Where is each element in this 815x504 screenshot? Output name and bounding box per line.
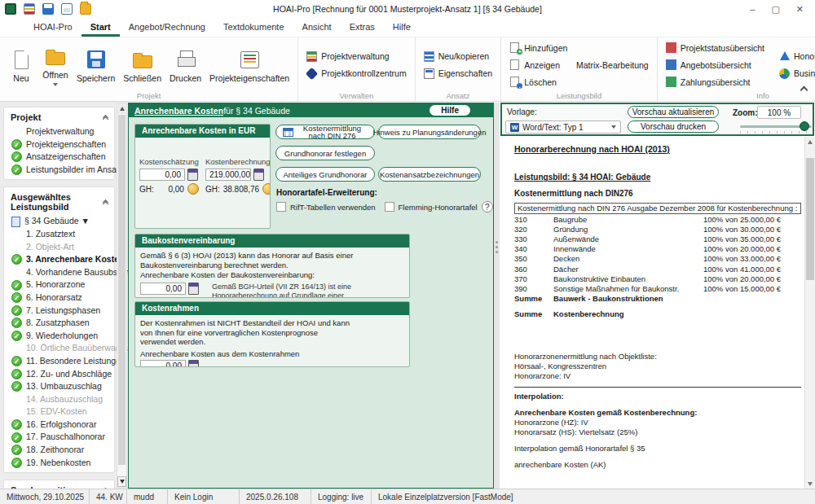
rift-checkbox[interactable] <box>276 202 286 212</box>
zoom-value[interactable]: 100 % <box>757 106 801 119</box>
coin-icon[interactable] <box>192 297 204 299</box>
scrollbar-thumb[interactable] <box>118 115 126 465</box>
kostenschaetzung-input[interactable]: 0,00 <box>139 169 185 181</box>
tree-item-besondere-leistungen[interactable]: ✓11. Besondere Leistungen <box>4 355 114 368</box>
anteiliges-grundhonorar-button[interactable]: Anteiliges Grundhonorar <box>275 167 375 182</box>
doc-title: Honorarberechnung nach HOAI (2013) <box>514 144 801 154</box>
projektkontrollzentrum-button[interactable]: Projektkontrollzentrum <box>302 66 410 81</box>
hinzufuegen-button[interactable]: + Hinzufügen <box>505 40 653 55</box>
panel-splitter[interactable] <box>494 103 500 489</box>
sidebar-item-projektverwaltung[interactable]: Projektverwaltung <box>4 125 114 138</box>
quick-open-icon[interactable] <box>80 3 91 15</box>
tab-angebot-rechnung[interactable]: Angebot/Rechnung <box>120 18 214 37</box>
tree-item-zusatztext[interactable]: 1. Zusatztext <box>4 228 114 241</box>
anzeigen-button[interactable]: Anzeigen Matrix-Bearbeitung <box>505 57 653 72</box>
tree-item-nebenkosten[interactable]: ✓19. Nebenkosten <box>4 457 114 470</box>
oeffnen-button[interactable]: Öffnen <box>38 43 73 86</box>
status-logging: Logging: live <box>311 489 372 504</box>
tree-item-zu-und-abschlaege[interactable]: ✓12. Zu- und Abschläge <box>4 368 114 381</box>
tree-item-honorarzone[interactable]: ✓5. Honorarzone <box>4 278 114 291</box>
zahlungsuebersicht-button[interactable]: Zahlungsübersicht <box>662 74 769 90</box>
coin-icon[interactable] <box>187 183 199 195</box>
tab-hilfe[interactable]: Hilfe <box>384 18 420 37</box>
sidebar-item-ansatzeigenschaften[interactable]: ✓Ansatzeigenschaften <box>4 151 114 164</box>
vorschau-drucken-button[interactable]: Vorschau drucken <box>628 121 719 133</box>
eigenschaften-button[interactable]: Eigenschaften <box>420 66 497 81</box>
grundhonorar-festlegen-button[interactable]: Grundhonorar festlegen <box>275 146 375 160</box>
tab-hoai-pro[interactable]: HOAI-Pro <box>24 18 82 37</box>
kostenberechnung-input[interactable]: 219.000,00 <box>205 169 251 181</box>
scroll-up-icon[interactable] <box>117 103 126 114</box>
honorarstatistik-button[interactable]: Honorarstatistik <box>775 49 815 64</box>
hilfe-button[interactable]: Hilfe <box>430 105 470 116</box>
scroll-down-icon[interactable] <box>117 476 126 487</box>
minimize-button[interactable]: – <box>750 4 755 15</box>
tree-item-umbauzuschlag[interactable]: ✓13. Umbauzuschlag <box>4 380 114 393</box>
group-label-verwalten: Verwalten <box>298 91 414 100</box>
tab-extras[interactable]: Extras <box>341 18 384 37</box>
vorlage-dropdown[interactable]: W Word/Text: Typ 1 <box>505 121 621 134</box>
tree-item-honorarsatz[interactable]: ✓6. Honorarsatz <box>4 291 114 305</box>
statistics-sail-icon <box>779 51 790 62</box>
neu-button[interactable]: Neu <box>4 46 38 83</box>
tree-item-zusatzphasen[interactable]: ✓8. Zusatzphasen <box>4 317 114 330</box>
tree-item-oertliche-bauueberwachung[interactable]: 10. Örtliche Bauüberwachung <box>4 342 114 355</box>
hinweis-planungsaenderungen-button[interactable]: Hinweis zu Planungsänderungen <box>378 125 481 139</box>
coin-icon[interactable] <box>262 183 271 195</box>
sidebar-item-projekteigenschaften[interactable]: ✓Projekteigenschaften <box>4 138 114 151</box>
tree-item-leistungsphasen[interactable]: ✓7. Leistungsphasen <box>4 305 114 318</box>
tab-start[interactable]: Start <box>82 18 120 37</box>
zoom-slider-knob[interactable] <box>800 121 809 131</box>
doc-interp-line: Interpolation gemäß Honorartafel § 35 <box>514 445 801 453</box>
scrollbar-thumb[interactable] <box>806 158 814 280</box>
kostenermittlung-din276-button[interactable]: Kostenermittlung nach DIN 276 <box>275 125 375 139</box>
calculator-icon[interactable] <box>187 169 198 181</box>
zoom-slider[interactable] <box>740 125 812 128</box>
tree-root-34-gebaeude[interactable]: § 34 Gebäude ▼ <box>4 215 114 228</box>
schliessen-button[interactable]: Schließen <box>119 46 165 83</box>
loeschen-button[interactable]: , Löschen <box>505 74 653 90</box>
tree-item-pauschalhonorar[interactable]: ✓17. Pauschalhonorar <box>4 431 114 444</box>
maximize-button[interactable]: ▢ <box>771 4 779 15</box>
tree-item-wiederholungen[interactable]: ✓9. Wiederholungen <box>4 330 114 343</box>
angebotsuebersicht-button[interactable]: Angebotsübersicht <box>662 57 769 72</box>
tab-textdokumente[interactable]: Textdokumente <box>214 18 293 37</box>
calculator-icon[interactable] <box>253 169 264 181</box>
calculator-icon[interactable] <box>188 360 199 367</box>
bkv-input[interactable]: 0,00 <box>140 283 186 295</box>
projektstatusuebersicht-button[interactable]: Projektstatusübersicht <box>662 40 769 55</box>
flemming-checkbox[interactable] <box>385 202 394 212</box>
tree-item-ausbauzuschlag[interactable]: 14. Ausbauzuschlag <box>4 393 114 406</box>
tree-item-erfolgshonorar[interactable]: ✓16. Erfolgshonorar <box>4 419 114 432</box>
tree-item-objekt-art[interactable]: 2. Objekt-Art <box>4 241 114 254</box>
scroll-up-icon[interactable] <box>805 137 815 147</box>
speichern-button[interactable]: Speichern <box>73 46 119 83</box>
panel-title-link[interactable]: Anrechenbare Kosten <box>134 106 223 116</box>
sidebar-item-leistungsbilder-im-ansatz[interactable]: ✓Leistungsbilder im Ansatz <box>4 164 114 177</box>
matrix-bearbeitung-button[interactable]: Matrix-Bearbeitung <box>576 60 649 70</box>
tree-item-vorhandene-bausubstanz[interactable]: 4. Vorhandene Bausubstanz <box>4 266 114 279</box>
tree-item-anrechenbare-kosten[interactable]: ✓3. Anrechenbare Kosten <box>4 253 114 266</box>
tree-item-zeithonorar[interactable]: ✓18. Zeithonorar <box>4 444 114 457</box>
business-cockpit-button[interactable]: Business-Cockpit <box>775 66 815 81</box>
quick-projects-icon[interactable] <box>24 3 35 15</box>
neu-kopieren-button[interactable]: Neu/kopieren <box>420 49 497 64</box>
help-circle-icon[interactable]: ? <box>482 201 493 213</box>
close-button[interactable]: ✕ <box>796 4 804 15</box>
kostenansatzbezeichnungen-button[interactable]: Kostenansatzbezeichnungen <box>378 167 481 182</box>
projektverwaltung-button[interactable]: Projektverwaltung <box>302 49 410 64</box>
vorschau-aktualisieren-button[interactable]: Vorschau aktualisieren <box>628 106 719 118</box>
sidebar-scrollbar[interactable] <box>117 103 127 488</box>
scroll-down-icon[interactable] <box>805 479 815 489</box>
projekteigenschaften-button[interactable]: Projekteigenschaften <box>205 46 293 83</box>
quick-save-icon[interactable] <box>42 3 54 15</box>
quick-print-icon[interactable] <box>61 3 73 15</box>
tab-ansicht[interactable]: Ansicht <box>293 18 341 37</box>
kostenrahmen-input[interactable]: 0,00 <box>140 360 186 367</box>
preview-scrollbar[interactable] <box>804 137 815 489</box>
tree-item-edv-kosten[interactable]: 15. EDV-Kosten <box>4 405 114 419</box>
drucken-button[interactable]: Drucken <box>165 46 205 83</box>
calculator-icon[interactable] <box>188 283 199 295</box>
collapse-section-icon[interactable] <box>104 200 108 204</box>
collapse-section-icon[interactable] <box>104 116 108 119</box>
